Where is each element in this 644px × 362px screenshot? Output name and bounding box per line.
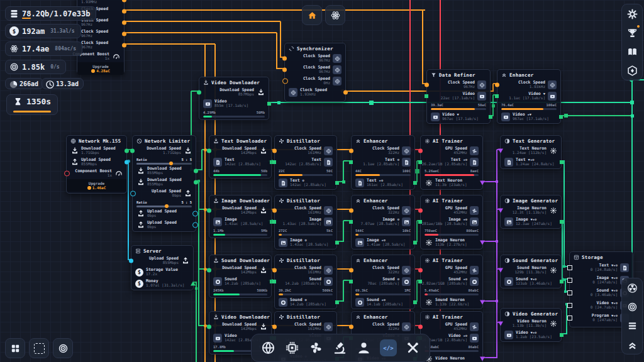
- settings-button[interactable]: [625, 6, 640, 21]
- achievements-button[interactable]: [625, 25, 640, 40]
- upgrade-button[interactable]: Upgrade4.28aC: [77, 62, 124, 75]
- download-icon-box[interactable]: [70, 147, 79, 155]
- port[interactable]: [498, 322, 503, 326]
- port[interactable]: [272, 325, 277, 329]
- port[interactable]: [349, 149, 353, 153]
- node-title[interactable]: Enhancer: [352, 136, 414, 145]
- port[interactable]: [349, 280, 353, 283]
- node-video-downloader-top[interactable]: Video DownloaderDownload Speed857MbpsVid…: [199, 77, 269, 120]
- port[interactable]: [272, 220, 276, 224]
- port[interactable]: [122, 0, 126, 3]
- node-title[interactable]: Storage: [570, 252, 633, 261]
- collapse-button[interactable]: [625, 337, 640, 352]
- port[interactable]: [418, 280, 422, 283]
- node-title[interactable]: Enhancer: [497, 70, 560, 79]
- download-icon-box[interactable]: [259, 207, 267, 215]
- video-icon-box[interactable]: [213, 334, 222, 343]
- doc-icon-box[interactable]: [279, 178, 287, 187]
- node-video-generator[interactable]: Video GeneratorVideo Neuron1.13b [11.3b/…: [500, 308, 562, 342]
- port[interactable]: [480, 357, 485, 361]
- recenter-button[interactable]: [53, 338, 73, 358]
- chip-icon-box[interactable]: [477, 80, 486, 89]
- node-sound-downloader[interactable]: Sound DownloaderDownload Speed142MbpsSou…: [209, 255, 272, 298]
- image-icon-box[interactable]: [402, 217, 411, 226]
- neuron-icon-box[interactable]: [425, 299, 433, 307]
- chip-icon-box[interactable]: [402, 322, 411, 331]
- port[interactable]: [64, 171, 70, 177]
- node-enhancer-text[interactable]: EnhancerClock Speed322HzText ⚙1.1ae [2.8…: [351, 135, 415, 190]
- node-ai-trainer-sound[interactable]: AI TrainerGPU Speed452MHzSound ★⚙2.82ae/…: [420, 255, 483, 309]
- node-title[interactable]: Enhancer: [352, 255, 414, 265]
- sound-icon-box[interactable]: [355, 298, 364, 307]
- node-title[interactable]: Distillator: [275, 312, 336, 321]
- node-title[interactable]: Distillator: [275, 255, 336, 265]
- dock-code-button[interactable]: </>: [380, 339, 397, 356]
- node-title[interactable]: Image Generator: [501, 195, 561, 205]
- port[interactable]: [207, 325, 211, 329]
- port[interactable]: [567, 315, 572, 321]
- download-icon-box[interactable]: [136, 178, 145, 187]
- node-enhancer-image[interactable]: EnhancerClock Speed322HzImage ⚙7.07ae [2…: [351, 195, 415, 250]
- doc-icon-box[interactable]: [324, 158, 333, 167]
- port[interactable]: [560, 160, 564, 164]
- library-button[interactable]: [625, 44, 640, 59]
- port[interactable]: [122, 43, 126, 48]
- port[interactable]: [495, 94, 499, 98]
- port[interactable]: [194, 180, 198, 185]
- node-title[interactable]: Text Downloader: [209, 136, 271, 145]
- port[interactable]: [122, 9, 126, 14]
- doc-icon-box[interactable]: [620, 263, 629, 272]
- port[interactable]: [567, 290, 572, 295]
- port[interactable]: [335, 181, 339, 185]
- port[interactable]: [413, 300, 417, 304]
- sound-icon-box[interactable]: [213, 277, 222, 286]
- port[interactable]: [418, 325, 423, 329]
- chip-icon-box[interactable]: [333, 54, 341, 63]
- chip-icon-box[interactable]: [402, 266, 411, 275]
- download-icon-box[interactable]: [184, 147, 192, 155]
- game-canvas[interactable]: Clock Speed1.93MHzClock Speed967HzClock …: [0, 0, 644, 362]
- download-icon-box[interactable]: [259, 266, 267, 275]
- port[interactable]: [480, 241, 485, 245]
- log-button[interactable]: [625, 318, 640, 333]
- chip-icon-box[interactable]: [324, 146, 333, 155]
- port[interactable]: [498, 209, 503, 213]
- upload-icon-box[interactable]: [136, 221, 145, 229]
- node-data-refiner[interactable]: Data RefinerClock Speed967HzVideo22ac [1…: [426, 69, 491, 124]
- chip-icon-box[interactable]: [289, 88, 297, 97]
- video-icon-box[interactable]: [470, 334, 479, 343]
- port[interactable]: [197, 90, 201, 95]
- port[interactable]: [567, 278, 572, 283]
- chip-icon-box[interactable]: [402, 146, 411, 155]
- port[interactable]: [125, 149, 129, 153]
- sound-icon-box[interactable]: [402, 277, 411, 286]
- port[interactable]: [495, 83, 499, 87]
- port[interactable]: [418, 220, 422, 224]
- port[interactable]: [282, 57, 287, 61]
- node-ai-trainer-image[interactable]: AI TrainerGPU Speed452MHzImage ★⚙281ae/1…: [420, 195, 483, 250]
- port[interactable]: [498, 149, 503, 153]
- select-tool-button[interactable]: [29, 338, 49, 358]
- video-icon-box[interactable]: [477, 92, 486, 101]
- node-title[interactable]: AI Trainer: [421, 136, 482, 145]
- port[interactable]: [349, 268, 353, 273]
- ratio-slider[interactable]: Ratio5 : 5: [133, 156, 196, 165]
- port[interactable]: [498, 268, 503, 273]
- download-icon-box[interactable]: [259, 147, 267, 155]
- node-image-generator[interactable]: Image GeneratorImage Neuron12.3t [1.13b/…: [500, 195, 562, 229]
- chip-icon-box[interactable]: [333, 77, 341, 85]
- port[interactable]: [207, 209, 211, 213]
- port[interactable]: [560, 333, 564, 337]
- image-icon-box[interactable]: [324, 217, 333, 226]
- port[interactable]: [272, 160, 276, 164]
- download-icon-box[interactable]: [257, 89, 265, 97]
- sound-icon-box[interactable]: [470, 277, 479, 286]
- node-title[interactable]: Sound Downloader: [209, 255, 271, 265]
- port[interactable]: [335, 300, 339, 304]
- upload-icon-box[interactable]: [181, 257, 189, 265]
- fan-icon-box[interactable]: [470, 206, 479, 215]
- node-title[interactable]: AI Trainer: [421, 255, 482, 265]
- doc-icon-box[interactable]: [470, 158, 479, 167]
- dock-globe-button[interactable]: [260, 340, 276, 356]
- node-title[interactable]: Server: [131, 246, 193, 255]
